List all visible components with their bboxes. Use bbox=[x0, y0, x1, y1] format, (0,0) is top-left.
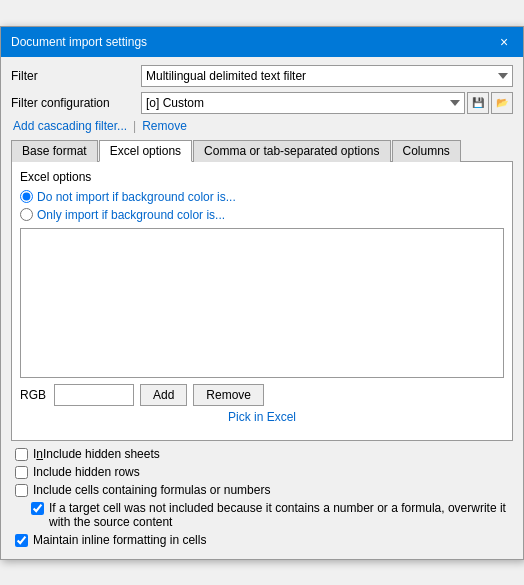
radio-row-2: Only import if background color is... bbox=[20, 208, 504, 222]
filter-label: Filter bbox=[11, 69, 141, 83]
pick-in-excel-row: Pick in Excel bbox=[20, 410, 504, 424]
rgb-input[interactable] bbox=[54, 384, 134, 406]
checkbox-formulas-row: Include cells containing formulas or num… bbox=[11, 483, 513, 497]
filter-config-dropdown[interactable]: [o] Custom bbox=[141, 92, 465, 114]
open-icon: 📂 bbox=[496, 97, 508, 108]
links-row: Add cascading filter... | Remove bbox=[11, 119, 513, 133]
dialog-window: Document import settings × Filter Multil… bbox=[0, 26, 524, 560]
remove-filter-link[interactable]: Remove bbox=[142, 119, 187, 133]
filter-config-row: Filter configuration [o] Custom 💾 📂 bbox=[11, 92, 513, 114]
close-button[interactable]: × bbox=[495, 33, 513, 51]
hidden-rows-label: Include hidden rows bbox=[33, 465, 140, 479]
remove-color-button[interactable]: Remove bbox=[193, 384, 264, 406]
save-icon: 💾 bbox=[472, 97, 484, 108]
radio-do-not-import[interactable] bbox=[20, 190, 33, 203]
radio-do-not-import-label: Do not import if background color is... bbox=[37, 190, 236, 204]
dialog-body: Filter Multilingual delimited text filte… bbox=[1, 57, 523, 559]
hidden-sheets-label: InInclude hidden sheets bbox=[33, 447, 160, 461]
hidden-rows-checkbox[interactable] bbox=[15, 466, 28, 479]
open-config-button[interactable]: 📂 bbox=[491, 92, 513, 114]
pick-in-excel-link[interactable]: Pick in Excel bbox=[228, 410, 296, 424]
radio-only-import[interactable] bbox=[20, 208, 33, 221]
checkbox-inline-formatting-row: Maintain inline formatting in cells bbox=[11, 533, 513, 547]
excel-options-section-label: Excel options bbox=[20, 170, 504, 184]
filter-config-label: Filter configuration bbox=[11, 96, 141, 110]
overwrite-label: If a target cell was not included becaus… bbox=[49, 501, 509, 529]
tab-content-excel-options: Excel options Do not import if backgroun… bbox=[11, 162, 513, 441]
tab-base-format[interactable]: Base format bbox=[11, 140, 98, 162]
formulas-numbers-checkbox[interactable] bbox=[15, 484, 28, 497]
checkbox-hidden-sheets-row: InInclude hidden sheets bbox=[11, 447, 513, 461]
checkbox-hidden-rows-row: Include hidden rows bbox=[11, 465, 513, 479]
inline-formatting-checkbox[interactable] bbox=[15, 534, 28, 547]
title-bar: Document import settings × bbox=[1, 27, 523, 57]
formulas-numbers-label: Include cells containing formulas or num… bbox=[33, 483, 270, 497]
save-config-button[interactable]: 💾 bbox=[467, 92, 489, 114]
rgb-row: RGB Add Remove bbox=[20, 384, 504, 406]
hidden-sheets-checkbox[interactable] bbox=[15, 448, 28, 461]
tab-comma-tab-separated[interactable]: Comma or tab-separated options bbox=[193, 140, 390, 162]
overwrite-checkbox-row: If a target cell was not included becaus… bbox=[11, 501, 513, 533]
links-separator: | bbox=[133, 119, 136, 133]
radio-row-1: Do not import if background color is... bbox=[20, 190, 504, 204]
add-cascading-filter-link[interactable]: Add cascading filter... bbox=[13, 119, 127, 133]
filter-config-control-wrap: [o] Custom 💾 📂 bbox=[141, 92, 513, 114]
tab-excel-options[interactable]: Excel options bbox=[99, 140, 192, 162]
dialog-title: Document import settings bbox=[11, 35, 147, 49]
rgb-label: RGB bbox=[20, 388, 48, 402]
add-color-button[interactable]: Add bbox=[140, 384, 187, 406]
radio-only-import-label: Only import if background color is... bbox=[37, 208, 225, 222]
color-list-box[interactable] bbox=[20, 228, 504, 378]
overwrite-checkbox[interactable] bbox=[31, 502, 44, 515]
tabs-row: Base format Excel options Comma or tab-s… bbox=[11, 139, 513, 162]
filter-control-wrap: Multilingual delimited text filter bbox=[141, 65, 513, 87]
filter-row: Filter Multilingual delimited text filte… bbox=[11, 65, 513, 87]
filter-dropdown[interactable]: Multilingual delimited text filter bbox=[141, 65, 513, 87]
inline-formatting-label: Maintain inline formatting in cells bbox=[33, 533, 206, 547]
tab-columns[interactable]: Columns bbox=[392, 140, 461, 162]
